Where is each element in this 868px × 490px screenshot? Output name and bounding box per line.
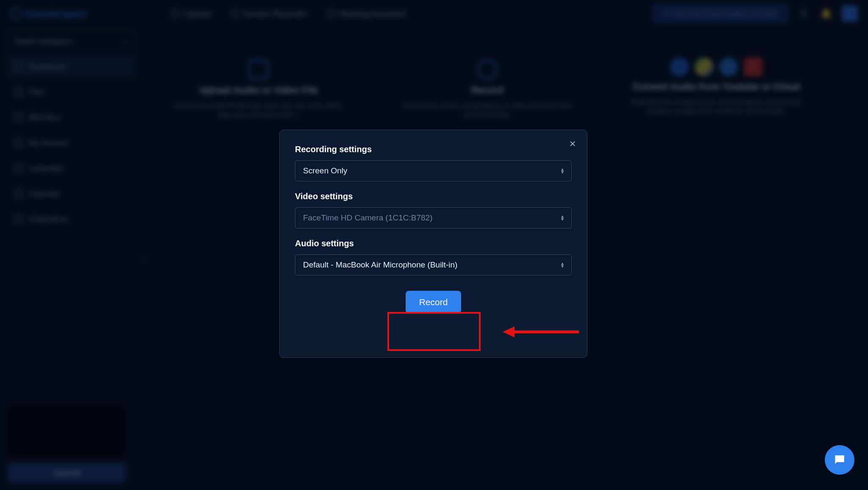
recording-mode-value: Screen Only bbox=[303, 166, 348, 175]
audio-device-value: Default - MacBook Air Microphone (Built-… bbox=[303, 260, 457, 270]
record-button-label: Record bbox=[419, 297, 448, 307]
close-button[interactable] bbox=[568, 139, 578, 149]
close-icon bbox=[569, 140, 576, 148]
recording-settings-label: Recording settings bbox=[295, 145, 572, 154]
select-arrows-icon: ▴▾ bbox=[561, 262, 564, 267]
video-device-value: FaceTime HD Camera (1C1C:B782) bbox=[303, 213, 433, 223]
record-button[interactable]: Record bbox=[406, 291, 462, 314]
chat-icon bbox=[833, 453, 846, 467]
audio-device-select[interactable]: Default - MacBook Air Microphone (Built-… bbox=[295, 254, 572, 276]
select-arrows-icon: ▴▾ bbox=[561, 168, 564, 173]
recording-mode-select[interactable]: Screen Only ▴▾ bbox=[295, 160, 572, 181]
chat-support-button[interactable] bbox=[825, 445, 854, 475]
select-arrows-icon: ▴▾ bbox=[561, 215, 564, 220]
video-device-select[interactable]: FaceTime HD Camera (1C1C:B782) ▴▾ bbox=[295, 207, 572, 228]
audio-settings-label: Audio settings bbox=[295, 239, 572, 248]
recording-settings-modal: Recording settings Screen Only ▴▾ Video … bbox=[279, 130, 587, 358]
video-settings-label: Video settings bbox=[295, 192, 572, 201]
